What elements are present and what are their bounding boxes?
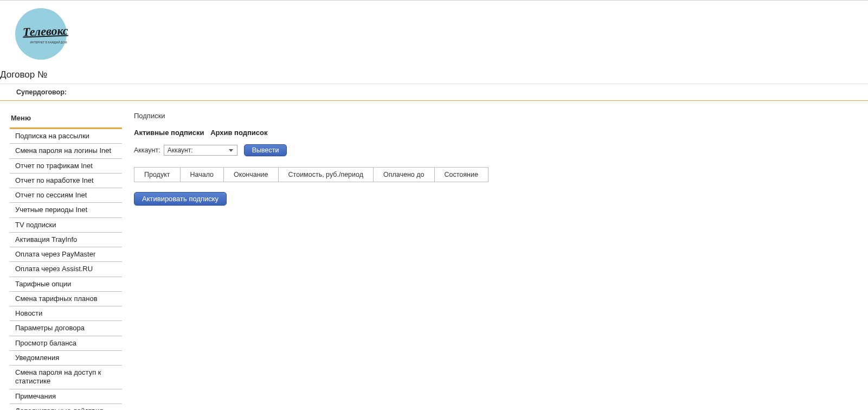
sidebar-item[interactable]: Отчет по сессиям Inet: [10, 188, 122, 203]
tabs-row: Активные подписки Архив подписок: [134, 129, 868, 137]
sidebar-item[interactable]: Смена пароля на логины Inet: [10, 144, 122, 158]
table-header-cell: Оплачено до: [374, 168, 435, 182]
table-header-cell: Продукт: [134, 168, 181, 182]
svg-marker-0: [229, 149, 233, 152]
sidebar-item[interactable]: Новости: [10, 306, 122, 321]
sidebar-item[interactable]: Отчет по наработке Inet: [10, 174, 122, 188]
sidebar-item[interactable]: Примечания: [10, 389, 122, 404]
submit-button[interactable]: Вывести: [244, 144, 287, 156]
sidebar-item[interactable]: Тарифные опции: [10, 277, 122, 292]
sidebar-item[interactable]: Активация TrayInfo: [10, 233, 122, 247]
sidebar-item[interactable]: Просмотр баланса: [10, 336, 122, 351]
table-header-cell: Начало: [180, 168, 224, 182]
logo-tagline: ИНТЕРНЕТ В КАЖДЫЙ ДОМ: [30, 41, 67, 44]
main-content: Подписки Активные подписки Архив подписо…: [122, 106, 868, 206]
logo-brand-text: Телевокс: [22, 23, 68, 39]
sidebar-item[interactable]: TV подписки: [10, 218, 122, 233]
sidebar-item[interactable]: Дополнительные действия: [10, 404, 122, 410]
sidebar-item[interactable]: Подписка на рассылки: [10, 129, 122, 144]
account-select-value: Аккаунт:: [168, 146, 193, 154]
table-header-cell: Окончание: [224, 168, 279, 182]
page-title: Подписки: [134, 112, 868, 120]
sidebar: Меню Подписка на рассылкиСмена пароля на…: [10, 106, 122, 410]
sidebar-item[interactable]: Оплата через PayMaster: [10, 247, 122, 262]
sidebar-item[interactable]: Учетные периоды Inet: [10, 203, 122, 217]
brand-logo: Телевокс ИНТЕРНЕТ В КАЖДЫЙ ДОМ: [15, 8, 67, 60]
sidebar-title: Меню: [10, 106, 122, 129]
tab-active-subscriptions[interactable]: Активные подписки: [134, 129, 204, 137]
table-header-cell: Состояние: [434, 168, 488, 182]
supercontract-label: Супердоговор:: [0, 84, 868, 101]
contract-number-label: Договор №: [0, 67, 868, 84]
sidebar-item[interactable]: Параметры договора: [10, 321, 122, 336]
logo-area: Телевокс ИНТЕРНЕТ В КАЖДЫЙ ДОМ: [0, 1, 868, 67]
table-header-cell: Стоимость, руб./период: [278, 168, 373, 182]
sidebar-item[interactable]: Оплата через Assist.RU: [10, 262, 122, 277]
account-label: Аккаунт:: [134, 146, 160, 154]
sidebar-item[interactable]: Смена тарифных планов: [10, 292, 122, 306]
subscriptions-table: ПродуктНачалоОкончаниеСтоимость, руб./пе…: [134, 167, 488, 182]
account-select[interactable]: Аккаунт:: [164, 145, 237, 156]
activate-subscription-button[interactable]: Активировать подписку: [134, 192, 227, 206]
sidebar-item[interactable]: Смена пароля на доступ к статистике: [10, 366, 122, 389]
sidebar-item[interactable]: Уведомления: [10, 351, 122, 366]
sidebar-item[interactable]: Отчет по трафикам Inet: [10, 159, 122, 174]
tab-archive-subscriptions[interactable]: Архив подписок: [210, 129, 267, 137]
chevron-down-icon: [227, 149, 235, 152]
